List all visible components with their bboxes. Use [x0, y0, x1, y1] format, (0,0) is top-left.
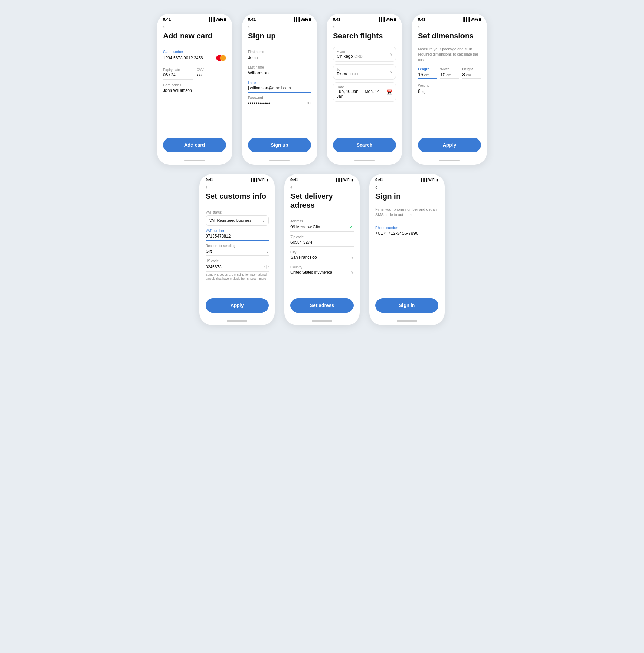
status-time: 9:41 [333, 17, 340, 21]
status-time: 9:41 [248, 17, 256, 21]
signal-icon: ▐▐▐ [250, 178, 257, 182]
width-input[interactable]: 10 cm [440, 72, 459, 79]
status-icons: ▐▐▐ WiFi ▮ [462, 17, 481, 21]
width-col: Width 10 cm [440, 67, 459, 79]
reason-dropdown[interactable]: Gift ∨ [206, 249, 269, 256]
status-icons: ▐▐▐ WiFi ▮ [293, 17, 311, 21]
back-button[interactable]: ‹ [369, 183, 445, 192]
status-icons: ▐▐▐ WiFi ▮ [250, 178, 269, 182]
status-icons: ▐▐▐ WiFi ▮ [335, 178, 354, 182]
subtitle: Measure your package and fill in require… [418, 47, 481, 62]
status-icons: ▐▐▐ WiFi ▮ [208, 17, 226, 21]
country-dropdown[interactable]: United States of America ∨ [290, 270, 354, 276]
status-time: 9:41 [375, 178, 383, 182]
screen-title: Set delivery adress [290, 192, 354, 210]
back-button[interactable]: ‹ [284, 183, 360, 192]
fname-field[interactable]: John [248, 55, 311, 62]
mastercard-icon [216, 55, 226, 61]
phone-input[interactable]: +81 ∨ 712-3456-7890 [375, 231, 438, 238]
signal-icon: ▐▐▐ [377, 17, 385, 21]
back-button[interactable]: ‹ [242, 23, 317, 32]
back-button[interactable]: ‹ [412, 23, 487, 32]
lname-field[interactable]: Wiliamson [248, 70, 311, 77]
hs-field[interactable]: 3245678 ⓘ [206, 264, 269, 272]
vat-number-label: VAT number [206, 229, 269, 233]
home-indicator [284, 319, 360, 325]
from-field[interactable]: From Chikago ORD ∨ [333, 47, 396, 62]
status-bar: 9:41 ▐▐▐ WiFi ▮ [157, 14, 232, 23]
card-number-label: Card number [163, 50, 226, 54]
length-input[interactable]: 15 cm [418, 72, 437, 79]
status-time: 9:41 [206, 178, 213, 182]
sign-up-button[interactable]: Sign up [248, 138, 311, 152]
status-bar: 9:41 ▐▐▐ WiFi ▮ [284, 174, 360, 183]
width-label: Width [440, 67, 459, 71]
eye-icon[interactable]: 👁 [307, 101, 311, 106]
screen-title: Sign in [375, 192, 438, 201]
screen-title: Search flights [333, 32, 396, 40]
screen-title: Sign up [248, 32, 311, 40]
country-label: Country [290, 265, 354, 269]
pw-field[interactable]: •••••••••••• 👁 [248, 101, 311, 108]
zip-field[interactable]: 60584 3274 [290, 240, 354, 247]
city-label: City [290, 250, 354, 254]
vat-number-field[interactable]: 07135473812 [206, 234, 269, 241]
status-time: 9:41 [163, 17, 171, 21]
date-field[interactable]: Date Tue, 10 Jan — Mon, 14 Jan 📅 [333, 82, 396, 102]
holder-label: Card holder [163, 83, 226, 87]
status-bar: 9:41 ▐▐▐ WiFi ▮ [412, 14, 487, 23]
hs-info-text: Some HS codes are missing for internatio… [206, 273, 269, 281]
city-dropdown[interactable]: San Francsico ∨ [290, 255, 354, 262]
phone-label: Phone number [375, 226, 438, 230]
screen-title: Set dimensions [418, 32, 481, 40]
wifi-icon: WiFi [216, 17, 223, 21]
search-button[interactable]: Search [333, 138, 396, 152]
weight-row: Weight 8 kg [418, 84, 481, 94]
height-input[interactable]: 8 cm [462, 72, 481, 79]
status-bar: 9:41 ▐▐▐ WiFi ▮ [327, 14, 402, 23]
subtitle: Fill in your phone number and get an SMS… [375, 207, 438, 218]
to-field[interactable]: To Rome FCO ∨ [333, 64, 396, 80]
battery-icon: ▮ [394, 17, 396, 21]
sign-in-button[interactable]: Sign in [375, 298, 438, 313]
card-number-field[interactable]: 1234 5678 9012 3456 [163, 55, 226, 63]
battery-icon: ▮ [224, 17, 226, 21]
set-customs-screen: 9:41 ▐▐▐ WiFi ▮ ‹ Set customs info VAT s… [199, 174, 275, 325]
sign-in-screen: 9:41 ▐▐▐ WiFi ▮ ‹ Sign in Fill in your p… [369, 174, 445, 325]
add-card-button[interactable]: Add card [163, 138, 226, 152]
set-address-button[interactable]: Set adress [290, 298, 354, 313]
country-code[interactable]: +81 ∨ [375, 231, 386, 236]
back-button[interactable]: ‹ [199, 183, 275, 192]
vat-status-dropdown[interactable]: VAT Registered Business ∨ [206, 215, 269, 226]
wifi-icon: WiFi [428, 178, 435, 182]
wifi-icon: WiFi [471, 17, 478, 21]
wifi-icon: WiFi [258, 178, 265, 182]
weight-label: Weight [418, 84, 481, 87]
holder-field[interactable]: John Wiliamson [163, 88, 226, 95]
hs-label: HS code [206, 259, 269, 263]
back-button[interactable]: ‹ [157, 23, 232, 32]
length-label: Length [418, 67, 437, 71]
chevron-down-icon: ∨ [390, 70, 392, 74]
add-card-screen: 9:41 ▐▐▐ WiFi ▮ ‹ Add new card Card numb… [157, 14, 232, 165]
wifi-icon: WiFi [301, 17, 308, 21]
expiry-field[interactable]: 06 / 24 [163, 73, 193, 80]
home-indicator [157, 158, 232, 165]
fname-label: First name [248, 50, 311, 54]
battery-icon: ▮ [479, 17, 481, 21]
status-time: 9:41 [290, 178, 298, 182]
cvv-field[interactable]: ••• [197, 73, 226, 80]
address-label: Address [290, 219, 354, 223]
zip-label: Zip code [290, 235, 354, 239]
apply-button[interactable]: Apply [418, 138, 481, 152]
back-button[interactable]: ‹ [327, 23, 402, 32]
screen-title: Add new card [163, 32, 226, 40]
battery-icon: ▮ [436, 178, 438, 182]
wifi-icon: WiFi [343, 178, 350, 182]
height-label: Height [462, 67, 481, 71]
email-field[interactable]: j.wiliamson@gmail.com [248, 86, 311, 93]
lname-label: Last name [248, 65, 311, 69]
apply-button[interactable]: Apply [206, 298, 269, 313]
address-field[interactable]: 99 Meadow City ✔ [290, 224, 354, 232]
battery-icon: ▮ [267, 178, 269, 182]
